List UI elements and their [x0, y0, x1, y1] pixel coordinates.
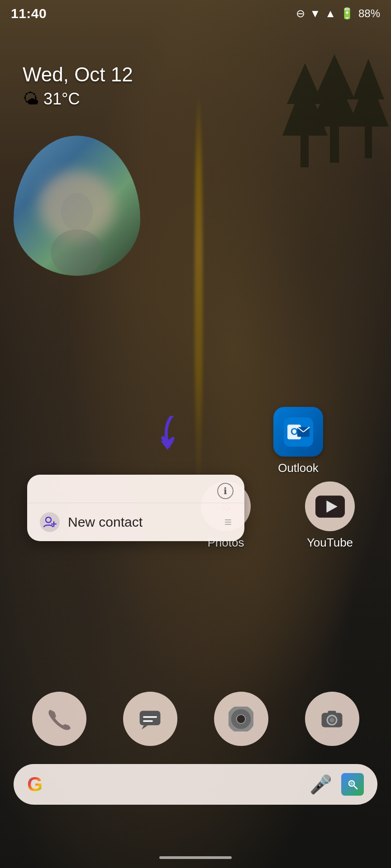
svg-point-21: [46, 517, 51, 523]
youtube-icon[interactable]: [305, 481, 355, 531]
camera-app[interactable]: [305, 692, 359, 746]
date-widget: Wed, Oct 12 🌤 31°C: [23, 63, 133, 108]
signal-icon: ▲: [325, 7, 336, 20]
outlook-icon[interactable]: O: [273, 407, 323, 457]
lens-icon[interactable]: [341, 773, 364, 796]
status-time: 11:40: [11, 6, 47, 21]
svg-point-29: [237, 715, 245, 723]
home-indicator[interactable]: [159, 856, 232, 859]
context-menu: ℹ New contact ≡: [27, 475, 244, 541]
mic-icon[interactable]: 🎤: [310, 774, 332, 795]
chrome-app[interactable]: [214, 692, 268, 746]
youtube-app[interactable]: YouTube: [305, 481, 355, 550]
weather-icon: 🌤: [23, 90, 39, 108]
date-text: Wed, Oct 12: [23, 63, 133, 86]
status-bar: 11:40 ⊖ ▼ ▲ 🔋 88%: [0, 0, 391, 27]
messages-app[interactable]: [123, 692, 177, 746]
svg-point-33: [329, 717, 334, 722]
context-menu-info-row: ℹ: [27, 475, 244, 503]
drag-handle-icon: ≡: [224, 515, 232, 529]
outlook-app[interactable]: O Outlook: [273, 407, 323, 475]
youtube-label: YouTube: [307, 536, 353, 550]
weather-row: 🌤 31°C: [23, 90, 133, 108]
weather-temp: 31°C: [43, 90, 80, 108]
new-contact-item[interactable]: New contact ≡: [27, 503, 244, 541]
dnd-icon: ⊖: [296, 7, 305, 20]
outlook-label: Outlook: [278, 461, 319, 475]
search-bar[interactable]: G 🎤: [14, 764, 377, 805]
info-icon[interactable]: ℹ: [217, 483, 234, 499]
svg-point-37: [350, 782, 353, 785]
svg-marker-12: [161, 441, 174, 450]
status-icons: ⊖ ▼ ▲ 🔋 88%: [296, 7, 380, 20]
context-menu-bubble: ℹ New contact ≡: [27, 475, 244, 541]
svg-line-38: [354, 786, 357, 789]
svg-rect-34: [328, 711, 336, 714]
dock-row: [14, 692, 377, 746]
wifi-icon: ▼: [310, 7, 320, 20]
battery-icon: 🔋: [340, 7, 354, 20]
phone-app[interactable]: [32, 692, 86, 746]
google-logo: G: [27, 773, 43, 796]
new-contact-label: New contact: [68, 514, 216, 530]
bottom-dock: G 🎤: [14, 692, 377, 805]
svg-text:O: O: [290, 426, 298, 437]
battery-text: 88%: [358, 7, 380, 20]
new-contact-icon: [40, 512, 60, 532]
svg-point-10: [51, 229, 103, 276]
svg-point-9: [61, 193, 93, 231]
svg-marker-25: [142, 725, 148, 729]
svg-rect-24: [140, 711, 161, 725]
